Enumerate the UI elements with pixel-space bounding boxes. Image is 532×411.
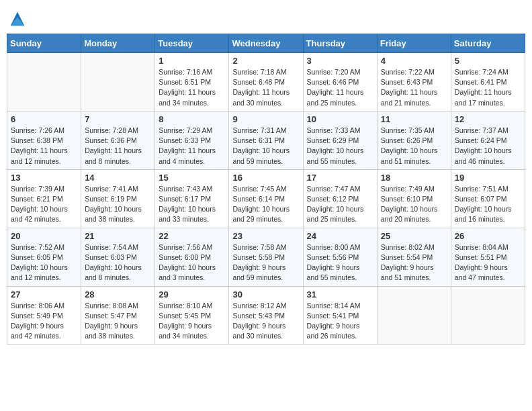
calendar-cell: 8Sunrise: 7:29 AM Sunset: 6:33 PM Daylig… <box>155 111 229 169</box>
day-number: 6 <box>11 114 77 124</box>
cell-content: Sunrise: 7:39 AM Sunset: 6:21 PM Dayligh… <box>11 184 77 225</box>
calendar-cell: 10Sunrise: 7:33 AM Sunset: 6:29 PM Dayli… <box>303 111 377 169</box>
day-number: 7 <box>85 114 151 124</box>
calendar-cell: 30Sunrise: 8:12 AM Sunset: 5:43 PM Dayli… <box>229 286 303 345</box>
day-number: 20 <box>11 231 77 241</box>
calendar-week-1: 1Sunrise: 7:16 AM Sunset: 6:51 PM Daylig… <box>7 53 525 111</box>
calendar-cell: 27Sunrise: 8:06 AM Sunset: 5:49 PM Dayli… <box>7 286 81 345</box>
day-number: 19 <box>455 173 521 183</box>
cell-content: Sunrise: 8:00 AM Sunset: 5:56 PM Dayligh… <box>307 242 373 283</box>
weekday-header-tuesday: Tuesday <box>155 34 229 53</box>
weekday-header-saturday: Saturday <box>451 34 525 53</box>
weekday-header-friday: Friday <box>377 34 451 53</box>
day-number: 28 <box>85 289 151 300</box>
cell-content: Sunrise: 8:06 AM Sunset: 5:49 PM Dayligh… <box>11 301 77 342</box>
calendar-cell: 13Sunrise: 7:39 AM Sunset: 6:21 PM Dayli… <box>7 169 81 228</box>
logo-icon <box>8 9 27 28</box>
cell-content: Sunrise: 7:47 AM Sunset: 6:12 PM Dayligh… <box>307 184 373 225</box>
cell-content: Sunrise: 7:35 AM Sunset: 6:26 PM Dayligh… <box>381 126 447 167</box>
page-header <box>7 7 525 28</box>
day-number: 30 <box>232 289 299 300</box>
calendar-cell: 16Sunrise: 7:45 AM Sunset: 6:14 PM Dayli… <box>229 169 303 228</box>
day-number: 10 <box>307 114 373 124</box>
calendar-week-2: 6Sunrise: 7:26 AM Sunset: 6:38 PM Daylig… <box>7 111 525 169</box>
calendar-cell: 17Sunrise: 7:47 AM Sunset: 6:12 PM Dayli… <box>303 169 377 228</box>
calendar-cell: 19Sunrise: 7:51 AM Sunset: 6:07 PM Dayli… <box>451 169 525 228</box>
day-number: 21 <box>85 231 151 241</box>
cell-content: Sunrise: 8:12 AM Sunset: 5:43 PM Dayligh… <box>232 301 299 342</box>
cell-content: Sunrise: 7:58 AM Sunset: 5:58 PM Dayligh… <box>232 242 299 283</box>
cell-content: Sunrise: 7:51 AM Sunset: 6:07 PM Dayligh… <box>455 184 521 225</box>
cell-content: Sunrise: 7:52 AM Sunset: 6:05 PM Dayligh… <box>11 242 77 283</box>
logo <box>7 9 27 28</box>
day-number: 27 <box>11 289 77 300</box>
day-number: 8 <box>159 114 225 124</box>
calendar-cell <box>377 286 451 345</box>
calendar-cell: 22Sunrise: 7:56 AM Sunset: 6:00 PM Dayli… <box>155 228 229 286</box>
weekday-header-thursday: Thursday <box>303 34 377 53</box>
calendar-cell: 1Sunrise: 7:16 AM Sunset: 6:51 PM Daylig… <box>155 53 229 111</box>
calendar-week-3: 13Sunrise: 7:39 AM Sunset: 6:21 PM Dayli… <box>7 169 525 228</box>
day-number: 26 <box>455 231 521 241</box>
cell-content: Sunrise: 7:33 AM Sunset: 6:29 PM Dayligh… <box>307 126 373 167</box>
calendar-cell <box>451 286 525 345</box>
cell-content: Sunrise: 7:16 AM Sunset: 6:51 PM Dayligh… <box>159 67 225 108</box>
day-number: 9 <box>232 114 299 124</box>
calendar-cell: 11Sunrise: 7:35 AM Sunset: 6:26 PM Dayli… <box>377 111 451 169</box>
day-number: 3 <box>307 56 373 66</box>
calendar-cell: 14Sunrise: 7:41 AM Sunset: 6:19 PM Dayli… <box>81 169 155 228</box>
cell-content: Sunrise: 7:18 AM Sunset: 6:48 PM Dayligh… <box>232 67 299 108</box>
calendar-week-4: 20Sunrise: 7:52 AM Sunset: 6:05 PM Dayli… <box>7 228 525 286</box>
cell-content: Sunrise: 7:56 AM Sunset: 6:00 PM Dayligh… <box>159 242 225 283</box>
cell-content: Sunrise: 7:26 AM Sunset: 6:38 PM Dayligh… <box>11 126 77 167</box>
calendar-table: SundayMondayTuesdayWednesdayThursdayFrid… <box>7 34 525 345</box>
day-number: 25 <box>381 231 447 241</box>
cell-content: Sunrise: 7:45 AM Sunset: 6:14 PM Dayligh… <box>232 184 299 225</box>
day-number: 23 <box>232 231 299 241</box>
calendar-cell: 2Sunrise: 7:18 AM Sunset: 6:48 PM Daylig… <box>229 53 303 111</box>
cell-content: Sunrise: 7:24 AM Sunset: 6:41 PM Dayligh… <box>455 67 521 108</box>
header-row: SundayMondayTuesdayWednesdayThursdayFrid… <box>7 34 525 53</box>
day-number: 22 <box>159 231 225 241</box>
cell-content: Sunrise: 8:10 AM Sunset: 5:45 PM Dayligh… <box>159 301 225 342</box>
cell-content: Sunrise: 7:41 AM Sunset: 6:19 PM Dayligh… <box>85 184 151 225</box>
calendar-week-5: 27Sunrise: 8:06 AM Sunset: 5:49 PM Dayli… <box>7 286 525 345</box>
cell-content: Sunrise: 7:28 AM Sunset: 6:36 PM Dayligh… <box>85 126 151 167</box>
calendar-cell: 7Sunrise: 7:28 AM Sunset: 6:36 PM Daylig… <box>81 111 155 169</box>
weekday-header-sunday: Sunday <box>7 34 81 53</box>
cell-content: Sunrise: 7:29 AM Sunset: 6:33 PM Dayligh… <box>159 126 225 167</box>
day-number: 12 <box>455 114 521 124</box>
calendar-cell: 3Sunrise: 7:20 AM Sunset: 6:46 PM Daylig… <box>303 53 377 111</box>
calendar-cell: 28Sunrise: 8:08 AM Sunset: 5:47 PM Dayli… <box>81 286 155 345</box>
weekday-header-wednesday: Wednesday <box>229 34 303 53</box>
day-number: 18 <box>381 173 447 183</box>
cell-content: Sunrise: 7:54 AM Sunset: 6:03 PM Dayligh… <box>85 242 151 283</box>
calendar-cell: 5Sunrise: 7:24 AM Sunset: 6:41 PM Daylig… <box>451 53 525 111</box>
calendar-cell: 31Sunrise: 8:14 AM Sunset: 5:41 PM Dayli… <box>303 286 377 345</box>
day-number: 4 <box>381 56 447 66</box>
cell-content: Sunrise: 8:08 AM Sunset: 5:47 PM Dayligh… <box>85 301 151 342</box>
calendar-cell <box>81 53 155 111</box>
day-number: 17 <box>307 173 373 183</box>
calendar-cell: 18Sunrise: 7:49 AM Sunset: 6:10 PM Dayli… <box>377 169 451 228</box>
calendar-cell: 25Sunrise: 8:02 AM Sunset: 5:54 PM Dayli… <box>377 228 451 286</box>
calendar-cell: 15Sunrise: 7:43 AM Sunset: 6:17 PM Dayli… <box>155 169 229 228</box>
day-number: 13 <box>11 173 77 183</box>
calendar-cell <box>7 53 81 111</box>
cell-content: Sunrise: 7:37 AM Sunset: 6:24 PM Dayligh… <box>455 126 521 167</box>
day-number: 24 <box>307 231 373 241</box>
day-number: 31 <box>307 289 373 300</box>
calendar-cell: 26Sunrise: 8:04 AM Sunset: 5:51 PM Dayli… <box>451 228 525 286</box>
cell-content: Sunrise: 7:43 AM Sunset: 6:17 PM Dayligh… <box>159 184 225 225</box>
day-number: 1 <box>159 56 225 66</box>
calendar-cell: 9Sunrise: 7:31 AM Sunset: 6:31 PM Daylig… <box>229 111 303 169</box>
day-number: 2 <box>232 56 299 66</box>
cell-content: Sunrise: 8:14 AM Sunset: 5:41 PM Dayligh… <box>307 301 373 342</box>
calendar-cell: 20Sunrise: 7:52 AM Sunset: 6:05 PM Dayli… <box>7 228 81 286</box>
calendar-cell: 29Sunrise: 8:10 AM Sunset: 5:45 PM Dayli… <box>155 286 229 345</box>
calendar-cell: 24Sunrise: 8:00 AM Sunset: 5:56 PM Dayli… <box>303 228 377 286</box>
weekday-header-monday: Monday <box>81 34 155 53</box>
calendar-cell: 21Sunrise: 7:54 AM Sunset: 6:03 PM Dayli… <box>81 228 155 286</box>
day-number: 15 <box>159 173 225 183</box>
calendar-cell: 6Sunrise: 7:26 AM Sunset: 6:38 PM Daylig… <box>7 111 81 169</box>
